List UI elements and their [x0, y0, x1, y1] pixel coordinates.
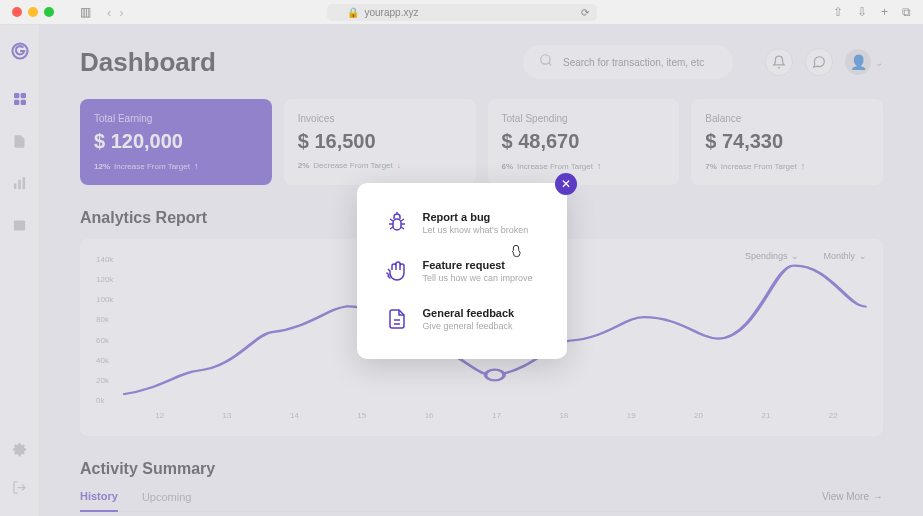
- modal-item-sub: Let us know what's broken: [423, 225, 529, 235]
- url-bar[interactable]: 🔒 yourapp.xyz ⟳: [327, 4, 597, 21]
- titlebar-right: ⇧ ⇩ + ⧉: [833, 5, 911, 19]
- download-icon[interactable]: ⇩: [857, 5, 867, 19]
- url-text: yourapp.xyz: [365, 7, 419, 18]
- refresh-icon[interactable]: ⟳: [581, 7, 589, 18]
- bug-icon: [385, 211, 409, 235]
- share-icon[interactable]: ⇧: [833, 5, 843, 19]
- cursor-icon: [508, 242, 524, 261]
- maximize-window[interactable]: [44, 7, 54, 17]
- nav-arrows: ‹ ›: [107, 5, 124, 20]
- document-icon: [385, 307, 409, 331]
- modal-overlay[interactable]: ✕ Report a bug Let us know what's broken…: [0, 25, 923, 516]
- hand-icon: [385, 259, 409, 283]
- minimize-window[interactable]: [28, 7, 38, 17]
- modal-item-bug[interactable]: Report a bug Let us know what's broken: [385, 211, 539, 235]
- svg-rect-13: [393, 219, 401, 230]
- lock-icon: 🔒: [347, 7, 359, 18]
- tabs-icon[interactable]: ⧉: [902, 5, 911, 19]
- modal-item-sub: Tell us how we can improve: [423, 273, 533, 283]
- modal-item-feature[interactable]: Feature request Tell us how we can impro…: [385, 259, 539, 283]
- browser-titlebar: ▥ ‹ › 🔒 yourapp.xyz ⟳ ⇧ ⇩ + ⧉: [0, 0, 923, 25]
- back-button[interactable]: ‹: [107, 5, 111, 20]
- forward-button[interactable]: ›: [119, 5, 123, 20]
- modal-close-button[interactable]: ✕: [555, 173, 577, 195]
- modal-item-feedback[interactable]: General feedback Give general feedback: [385, 307, 539, 331]
- modal-item-sub: Give general feedback: [423, 321, 515, 331]
- feedback-modal: ✕ Report a bug Let us know what's broken…: [357, 183, 567, 359]
- modal-item-title: Report a bug: [423, 211, 529, 223]
- modal-item-title: General feedback: [423, 307, 515, 319]
- add-tab-icon[interactable]: +: [881, 5, 888, 19]
- sidebar-toggle-icon[interactable]: ▥: [80, 5, 91, 19]
- traffic-lights: [12, 7, 54, 17]
- close-window[interactable]: [12, 7, 22, 17]
